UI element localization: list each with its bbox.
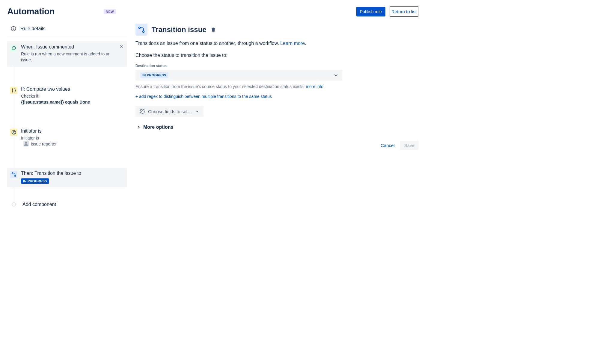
action-config-panel: Transition issue Transitions an issue fr… xyxy=(135,23,419,208)
add-regex-link[interactable]: + add regex to distinguish between multi… xyxy=(135,94,272,99)
more-options-label: More options xyxy=(143,125,173,130)
svg-point-6 xyxy=(13,131,14,132)
step-title: When: Issue commented xyxy=(21,44,115,50)
svg-point-2 xyxy=(13,28,14,28)
status-badge: IN PROGRESS xyxy=(21,178,49,184)
status-lozenge: IN PROGRESS xyxy=(140,72,168,78)
svg-point-10 xyxy=(143,31,144,32)
remove-step-icon[interactable] xyxy=(119,44,124,63)
step-description: Initiator is Issue reporter xyxy=(21,135,124,147)
step-title: If: Compare two values xyxy=(21,87,124,92)
comment-icon xyxy=(10,45,17,52)
return-to-list-link[interactable]: Return to list xyxy=(390,6,418,17)
add-component-button[interactable]: Add component xyxy=(7,201,127,208)
panel-intro: Transitions an issue from one status to … xyxy=(135,40,419,47)
rule-details-label: Rule details xyxy=(20,26,46,31)
more-options-toggle[interactable]: More options xyxy=(135,125,419,130)
braces-icon xyxy=(10,87,17,94)
panel-title: Transition issue xyxy=(152,25,206,34)
user-circle-icon xyxy=(10,129,17,136)
gear-icon xyxy=(140,109,145,114)
destination-help-text: Ensure a transition from the issue's sou… xyxy=(135,84,419,90)
publish-rule-button[interactable]: Publish rule xyxy=(356,7,385,16)
new-badge: NEW xyxy=(104,9,116,14)
rule-sidebar: Rule details When: Issue commented Rule … xyxy=(7,23,127,208)
choose-fields-label: Choose fields to set… xyxy=(148,109,192,114)
svg-point-7 xyxy=(12,172,13,174)
destination-status-select[interactable]: IN PROGRESS xyxy=(135,70,342,81)
condition-step-initiator[interactable]: Initiator is Initiator is Issue reporter xyxy=(7,125,127,151)
condition-step-compare-values[interactable]: If: Compare two values Checks if: {{issu… xyxy=(7,84,127,109)
more-info-link[interactable]: more info xyxy=(306,84,323,89)
step-description: Rule is run when a new comment is added … xyxy=(21,51,115,63)
transition-icon xyxy=(10,171,17,178)
chevron-right-icon xyxy=(137,125,141,129)
transition-icon xyxy=(135,24,147,36)
chevron-down-icon xyxy=(333,72,339,78)
page-header: Automation NEW Publish rule Return to li… xyxy=(7,0,418,23)
destination-status-label: Destination status xyxy=(135,64,419,68)
step-description: Checks if: {{issue.status.name}} equals … xyxy=(21,93,124,105)
delete-icon[interactable] xyxy=(211,27,216,32)
page-title: Automation xyxy=(7,7,55,16)
divider xyxy=(7,37,127,37)
rule-details-link[interactable]: Rule details xyxy=(7,23,127,34)
step-title: Then: Transition the issue to xyxy=(21,171,124,176)
add-dot-icon xyxy=(12,202,16,207)
chevron-down-icon xyxy=(195,109,199,113)
info-icon xyxy=(11,26,16,31)
choose-fields-button[interactable]: Choose fields to set… xyxy=(135,106,204,117)
cancel-button[interactable]: Cancel xyxy=(377,141,398,150)
action-step-transition-issue[interactable]: Then: Transition the issue to IN PROGRES… xyxy=(7,168,127,187)
trigger-step-issue-commented[interactable]: When: Issue commented Rule is run when a… xyxy=(7,41,127,67)
svg-point-9 xyxy=(139,27,140,28)
choose-status-label: Choose the status to transition the issu… xyxy=(135,52,419,59)
add-component-label: Add component xyxy=(22,202,56,207)
learn-more-link[interactable]: Learn more. xyxy=(280,41,306,46)
avatar-placeholder-icon xyxy=(23,141,29,146)
save-button[interactable]: Save xyxy=(400,141,419,150)
svg-point-8 xyxy=(15,175,16,176)
svg-point-11 xyxy=(142,111,143,112)
step-title: Initiator is xyxy=(21,128,124,134)
